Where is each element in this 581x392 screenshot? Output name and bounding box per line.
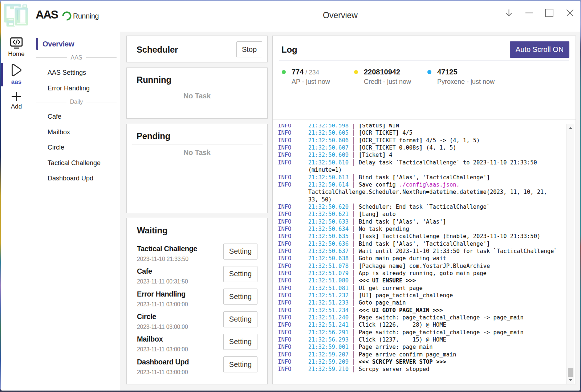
scrollbar-down-button[interactable] [567, 377, 574, 383]
log-message: [Status] WIN [359, 124, 399, 129]
log-message: Click (1237, 15) @ HOME [359, 336, 446, 343]
stat-label: Credit - just now [364, 78, 411, 86]
log-level: INFO [278, 174, 291, 181]
log-message: <<< UI GOTO PAGE_MAIN >>> [359, 307, 443, 314]
log-time: 21:32:50.614 [308, 181, 349, 188]
menu-item-overview[interactable]: Overview [33, 36, 120, 52]
pending-card: Pending No Task [126, 124, 268, 213]
log-time: 21:32:50.620 [308, 204, 349, 210]
log-line: INFO 21:32:59.001 │ Page arrive: page_ma… [278, 343, 559, 351]
log-time: 21:32:50.607 [308, 144, 349, 151]
log-message: Page arrive: page_main [359, 344, 433, 350]
menu-section-divider: AAS [36, 54, 117, 62]
log-line: INFO 21:32:50.620 │ Scheduler: End task … [278, 203, 559, 211]
nav-rail: Home aas Add [0, 32, 33, 391]
log-time: 21:32:50.606 [308, 137, 349, 144]
close-icon [566, 9, 574, 17]
rail-active-indicator [1, 63, 3, 86]
log-separator: │ [352, 263, 355, 269]
stat-dot-icon [354, 70, 358, 74]
log-time: 21:32:50.637 [308, 248, 349, 254]
log-message: UI get current page [359, 285, 423, 291]
setting-button[interactable]: Setting [223, 334, 257, 350]
log-time: 21:32:50.638 [308, 255, 349, 262]
scrollbar-thumb[interactable] [568, 368, 573, 377]
log-line: INFO 21:32:51.232 │ [UI] page_tactical_c… [278, 292, 559, 299]
log-separator: │ [352, 204, 355, 210]
new-version-button[interactable] [502, 6, 516, 20]
rail-item-label: aas [0, 78, 33, 86]
minimize-button[interactable] [522, 6, 536, 20]
log-level: INFO [278, 277, 291, 284]
log-message: Bind task ['Alas', 'TacticalChallenge'] [359, 241, 490, 247]
scrollbar-up-button[interactable] [567, 125, 574, 130]
log-level: INFO [278, 137, 291, 144]
log-separator: │ [352, 137, 355, 144]
divider [132, 88, 263, 88]
menu-item-circle[interactable]: Circle [33, 140, 120, 155]
auto-scroll-button[interactable]: Auto Scroll ON [510, 41, 569, 58]
waiting-task-time: 2023-11-11 03:00:00 [137, 369, 188, 376]
stat-label: AP - just now [292, 78, 330, 86]
menu-item-cafe[interactable]: Cafe [33, 109, 120, 124]
log-message: [Task] TacticalChallenge (Enable, 2023-1… [359, 233, 540, 240]
log-separator: │ [352, 144, 355, 151]
waiting-task-time: 2023-11-11 03:00:00 [137, 301, 188, 308]
log-line: INFO 21:32:50.609 │ [Ticket] 4 [278, 151, 559, 159]
log-level: INFO [278, 351, 291, 358]
log-level: INFO [278, 336, 291, 343]
rail-item-add[interactable]: Add [0, 91, 33, 110]
log-line: INFO 21:32:50.610 │ Delay task `Tactical… [278, 159, 559, 174]
minimize-icon [525, 9, 533, 17]
running-card: Running No Task [126, 68, 268, 119]
rail-item-home[interactable]: Home [0, 37, 33, 58]
log-message: Click (1226, 28) @ HOME [359, 322, 446, 328]
log-time: 21:32:59.210 [308, 366, 349, 372]
maximize-button[interactable] [542, 6, 556, 20]
divider [132, 239, 263, 239]
log-separator: │ [352, 366, 355, 372]
stop-button[interactable]: Stop [236, 41, 262, 57]
divider [132, 144, 263, 144]
menu-item-dashboard-upd[interactable]: Dashboard Upd [33, 171, 120, 186]
menu-section-label: AAS [67, 54, 86, 61]
download-arrow-icon [505, 9, 513, 17]
log-line: INFO 21:32:50.621 │ [Lang] auto [278, 211, 559, 218]
log-separator: │ [352, 292, 355, 299]
log-message: Page switch: page_tactical_challenge -> … [359, 314, 524, 321]
plus-icon [11, 91, 21, 102]
log-separator: │ [352, 226, 355, 232]
waiting-task-name: Dashboard Upd [137, 358, 189, 366]
log-line: INFO 21:32:50.605 │ [OCR_TICKET] 4/5 [278, 129, 559, 136]
log-line: INFO 21:32:50.634 │ No task pending [278, 225, 559, 233]
waiting-task-time: 2023-11-11 00:31:50 [137, 278, 188, 285]
setting-button[interactable]: Setting [223, 289, 257, 305]
log-level: INFO [278, 211, 291, 217]
divider [279, 60, 569, 61]
menu-item-mailbox[interactable]: Mailbox [33, 124, 120, 140]
log-message: App is already running, goto main page [359, 270, 487, 277]
log-level: INFO [278, 292, 291, 299]
rail-item-aas[interactable]: aas [0, 63, 33, 86]
log-level: INFO [278, 130, 291, 136]
setting-button[interactable]: Setting [223, 356, 257, 372]
log-level: INFO [278, 344, 291, 350]
log-separator: │ [352, 233, 355, 240]
log-message: Scrcpy server stopped [359, 366, 430, 372]
log-separator: │ [352, 351, 355, 358]
log-line: INFO 21:32:51.240 │ Page switch: page_ta… [278, 314, 559, 321]
stat-value: 47125 [437, 68, 458, 76]
log-viewport[interactable]: INFO 21:32:50.598 │ [Status] WININFO 21:… [273, 124, 576, 384]
menu-item-tactical-challenge[interactable]: Tactical Challenge [33, 155, 120, 171]
log-line: INFO 21:32:51.234 │ <<< UI GOTO PAGE_MAI… [278, 307, 559, 314]
menu-item-aas-settings[interactable]: AAS Settings [33, 65, 120, 80]
log-scrollbar[interactable] [566, 124, 574, 384]
page-title: Overview [323, 11, 358, 20]
menu-item-error-handling[interactable]: Error Handling [33, 81, 120, 96]
close-button[interactable] [563, 6, 577, 20]
log-time: 21:32:50.605 [308, 130, 349, 136]
setting-button[interactable]: Setting [223, 311, 257, 327]
setting-button[interactable]: Setting [223, 244, 257, 260]
rail-item-label: Home [0, 50, 33, 58]
setting-button[interactable]: Setting [223, 266, 257, 282]
